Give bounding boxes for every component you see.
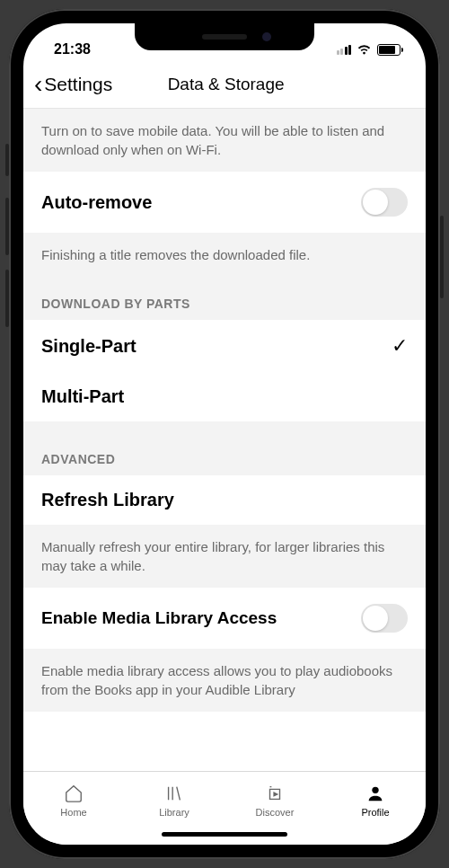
svg-point-0	[372, 787, 378, 793]
single-part-option[interactable]: Single-Part ✓	[23, 320, 426, 372]
status-time: 21:38	[54, 41, 91, 58]
checkmark-icon: ✓	[392, 334, 408, 358]
discover-icon	[264, 783, 286, 804]
speaker	[202, 34, 247, 40]
download-parts-header: DOWNLOAD BY PARTS	[23, 277, 426, 320]
home-icon	[63, 783, 84, 804]
tab-discover[interactable]: Discover	[224, 772, 325, 828]
tab-profile[interactable]: Profile	[325, 772, 426, 828]
auto-remove-toggle[interactable]	[361, 188, 408, 217]
refresh-library-description: Manually refresh your entire library, fo…	[23, 525, 426, 588]
silence-switch	[5, 144, 9, 176]
tab-label: Discover	[256, 807, 295, 818]
auto-remove-row: Auto-remove	[23, 172, 426, 233]
refresh-library-button[interactable]: Refresh Library	[23, 475, 426, 525]
wifi-only-description: Turn on to save mobile data. You will be…	[23, 109, 426, 172]
volume-down-button	[5, 270, 9, 327]
media-access-label: Enable Media Library Access	[41, 608, 277, 628]
tab-library[interactable]: Library	[124, 772, 224, 828]
multi-part-option[interactable]: Multi-Part	[23, 372, 426, 421]
volume-up-button	[5, 198, 9, 255]
tab-home[interactable]: Home	[23, 772, 124, 828]
navigation-header: ‹ Settings Data & Storage	[23, 65, 426, 109]
tab-label: Library	[159, 807, 189, 818]
tab-label: Home	[60, 807, 86, 818]
settings-content[interactable]: Turn on to save mobile data. You will be…	[23, 109, 426, 771]
battery-icon	[377, 44, 401, 56]
refresh-library-label: Refresh Library	[41, 490, 174, 510]
library-icon	[163, 783, 185, 804]
section-divider	[23, 421, 426, 443]
media-access-toggle[interactable]	[361, 604, 408, 633]
option-label: Single-Part	[41, 336, 136, 357]
notch	[135, 23, 314, 50]
profile-icon	[365, 783, 386, 804]
screen: 21:38 ‹ Settings Data & Storage Turn on …	[23, 23, 426, 845]
phone-frame: 21:38 ‹ Settings Data & Storage Turn on …	[9, 9, 440, 859]
cellular-signal-icon	[337, 44, 352, 55]
home-indicator[interactable]	[162, 832, 287, 837]
option-label: Multi-Part	[41, 386, 124, 407]
power-button	[440, 216, 444, 298]
wifi-icon	[357, 44, 372, 56]
auto-remove-label: Auto-remove	[41, 192, 152, 213]
page-title: Data & Storage	[40, 75, 411, 94]
media-library-access-row: Enable Media Library Access	[23, 588, 426, 649]
front-camera	[262, 32, 271, 41]
advanced-header: ADVANCED	[23, 443, 426, 475]
tab-label: Profile	[361, 807, 389, 818]
status-indicators	[337, 44, 401, 56]
auto-remove-description: Finishing a title removes the downloaded…	[23, 233, 426, 277]
media-access-description: Enable media library access allows you t…	[23, 649, 426, 712]
